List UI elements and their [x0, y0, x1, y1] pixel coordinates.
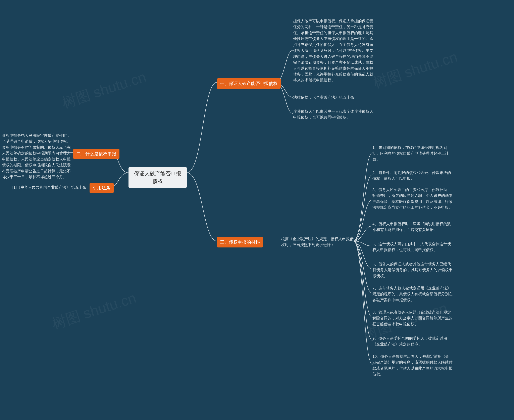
leaf-s3-i10: 10、债务人是票据的出票人，被裁定适用《企业破产法》规定的程序，该票据的付款人继…	[372, 353, 453, 377]
leaf-s2-para: 债权申报是指人民法院审理破产案件时，当受理破产申请后，债权人要申报债权。债权申报…	[2, 133, 73, 180]
mindmap-canvas: 保证人破产能否申报债权 一、保证人破产能否申报债权 担保人破产可以申报债权。保证…	[0, 0, 514, 420]
leaf-s1-para1: 担保人破产可以申报债权。保证人承担的保证责任分为两种，一种是连带责任，另一种是补…	[293, 18, 373, 83]
watermark: 树图 shutu.cn	[371, 47, 460, 93]
leaf-laws-item1: [1]《中华人民共和国企业破产法》 第五十条	[10, 184, 86, 190]
leaf-s3-i2: 2、附条件、附期限的债权和诉讼、仲裁未决的债权，债权人可以申报。	[372, 170, 453, 182]
watermark: 树图 shutu.cn	[49, 288, 139, 334]
watermark: 树图 shutu.cn	[60, 67, 149, 113]
branch-section1[interactable]: 一、保证人破产能否申报债权	[217, 78, 281, 89]
root-node[interactable]: 保证人破产能否申报债权	[128, 167, 187, 188]
leaf-s3-i5: 5、连带债权人可以由其中一人代表全体连带债权人申报债权，也可以共同申报债权。	[372, 241, 453, 253]
leaf-s1-para3: 连带债权人可以由其中一人代表全体连带债权人申报债权，也可以共同申报债权。	[293, 108, 373, 120]
leaf-s3-i8: 8、管理人或者债务人依照《企业破产法》规定解除合同的，对方当事人以因合同解除所产…	[372, 309, 453, 327]
leaf-s3-intro: 根据《企业破产法》的规定，债权人申报债权时，应当按照下列要求进行：	[281, 236, 355, 248]
leaf-s3-i1: 1、未到期的债权，在破产申请受理时视为到期。附利息的债权自破产申请受理时起停止计…	[372, 145, 453, 162]
leaf-s1-para2: 法律依据：《企业破产法》第五十条	[293, 94, 373, 100]
leaf-s3-i4: 4、债权人申报债权时，应当书面说明债权的数额和有无财产担保，并提交有关证据。	[372, 221, 453, 233]
leaf-s3-i6: 6、债务人的保证人或者其他连带债务人已经代替债务人清偿债务的，以其对债务人的求偿…	[372, 261, 453, 279]
leaf-s3-i7: 7、连带债务人数人被裁定适用《企业破产法》规定的程序的，其债权人有权就全部债权分…	[372, 285, 453, 303]
branch-section2[interactable]: 二、什么是债权申报	[73, 149, 119, 159]
branch-laws[interactable]: 引用法条	[89, 183, 114, 193]
branch-section3[interactable]: 三、债权申报的材料	[217, 237, 263, 248]
leaf-s3-i3: 3、债务人所欠职工的工资和医疗、伤残补助、抚恤费用，所欠的应当划入职工个人账户的…	[372, 187, 453, 210]
leaf-s3-i9: 9、债务人是委托合同的委托人，被裁定适用《企业破产法》规定的程序。	[372, 335, 453, 347]
